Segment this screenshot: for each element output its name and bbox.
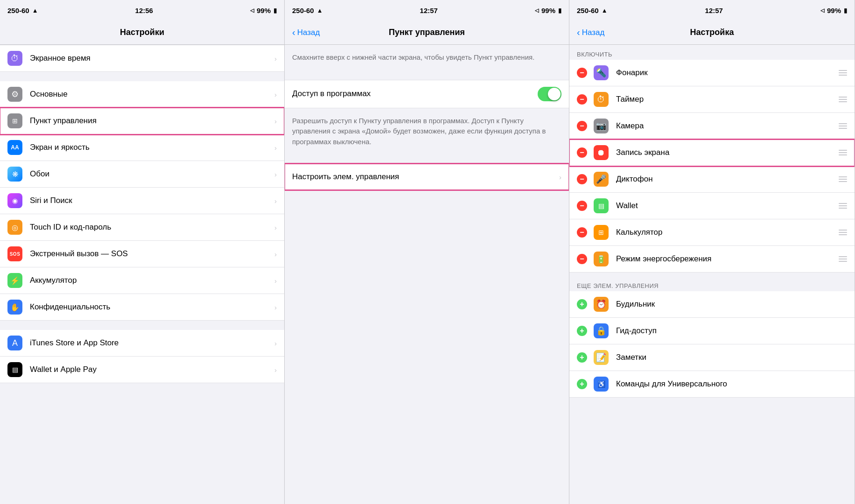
chevron-icon-display: › bbox=[274, 144, 277, 152]
itunes-label: iTunes Store и App Store bbox=[30, 338, 271, 348]
nav-bar-3: ‹ Назад Настройка bbox=[569, 21, 855, 45]
back-button-2[interactable]: ‹ Назад bbox=[292, 27, 320, 38]
list-item-privacy[interactable]: ✋ Конфиденциальность › bbox=[0, 294, 284, 321]
panel-control-center: 250-60 ▲ 12:57 ◁ 99% ▮ ‹ Назад Пункт упр… bbox=[285, 0, 569, 504]
list-item-itunes[interactable]: A iTunes Store и App Store › bbox=[0, 330, 284, 357]
reorder-icon-voice-memos[interactable] bbox=[839, 176, 847, 182]
reorder-icon-flashlight[interactable] bbox=[839, 70, 847, 76]
list-item-wallet[interactable]: ▤ Wallet и Apple Pay › bbox=[0, 357, 284, 383]
page-title-2: Пункт управления bbox=[389, 28, 465, 37]
reorder-icon-wallet[interactable] bbox=[839, 203, 847, 209]
screen-time-label: Экранное время bbox=[30, 54, 271, 63]
divider-2 bbox=[0, 321, 284, 330]
list-item-display[interactable]: AA Экран и яркость › bbox=[0, 134, 284, 161]
list-item-general[interactable]: ⚙ Основные › bbox=[0, 81, 284, 108]
list-item-control-center[interactable]: ⊞ Пункт управления › bbox=[0, 108, 284, 134]
screen-record-icon: ⏺ bbox=[594, 145, 609, 160]
timer-label: Таймер bbox=[616, 95, 835, 104]
access-toggle[interactable] bbox=[538, 87, 561, 101]
list-item-voice-memos[interactable]: − 🎤 Диктофон bbox=[569, 166, 855, 193]
itunes-icon: A bbox=[7, 336, 22, 350]
touchid-icon: ◎ bbox=[7, 220, 22, 235]
list-item-flashlight[interactable]: − 🔦 Фонарик bbox=[569, 60, 855, 86]
carrier-2: 250-60 bbox=[292, 7, 314, 14]
remove-btn-voice-memos[interactable]: − bbox=[577, 174, 587, 184]
list-item-guided-access[interactable]: + 🔒 Гид-доступ bbox=[569, 318, 855, 344]
wifi-icon-3: ▲ bbox=[602, 7, 608, 14]
list-item-wallet-item[interactable]: − ▤ Wallet bbox=[569, 193, 855, 219]
siri-icon: ◉ bbox=[7, 193, 22, 208]
back-button-3[interactable]: ‹ Назад bbox=[577, 27, 604, 38]
list-item-calculator[interactable]: − ⊞ Калькулятор bbox=[569, 219, 855, 246]
calculator-icon: ⊞ bbox=[594, 225, 609, 240]
remove-btn-screen-record[interactable]: − bbox=[577, 147, 587, 158]
reorder-icon-screen-record[interactable] bbox=[839, 150, 847, 155]
chevron-icon-wallet: › bbox=[274, 366, 277, 374]
list-item-battery[interactable]: ⚡ Аккумулятор › bbox=[0, 267, 284, 294]
chevron-icon-battery: › bbox=[274, 277, 277, 285]
low-power-icon: 🔋 bbox=[594, 252, 609, 266]
p2-content: Смахните вверх с нижней части экрана, чт… bbox=[285, 45, 569, 504]
status-bar-2: 250-60 ▲ 12:57 ◁ 99% ▮ bbox=[285, 0, 569, 21]
reorder-icon-camera[interactable] bbox=[839, 123, 847, 129]
calculator-label: Калькулятор bbox=[616, 228, 835, 237]
status-right-3: ◁ 99% ▮ bbox=[820, 7, 847, 14]
remove-btn-flashlight[interactable]: − bbox=[577, 68, 587, 78]
sos-icon: SOS bbox=[7, 246, 22, 261]
location-icon-1: ◁ bbox=[250, 7, 254, 14]
sos-label: Экстренный вызов — SOS bbox=[30, 249, 271, 259]
remove-btn-wallet[interactable]: − bbox=[577, 201, 587, 211]
wallet-item-icon: ▤ bbox=[594, 198, 609, 213]
list-item-alarm[interactable]: + ⏰ Будильник bbox=[569, 291, 855, 318]
remove-btn-low-power[interactable]: − bbox=[577, 254, 587, 264]
status-right-2: ◁ 99% ▮ bbox=[535, 7, 561, 14]
list-item-wallpaper[interactable]: ❋ Обои › bbox=[0, 161, 284, 188]
location-icon-2: ◁ bbox=[535, 7, 539, 14]
add-btn-alarm[interactable]: + bbox=[577, 299, 587, 309]
status-bar-3: 250-60 ▲ 12:57 ◁ 99% ▮ bbox=[569, 0, 855, 21]
list-item-low-power[interactable]: − 🔋 Режим энергосбережения bbox=[569, 246, 855, 273]
flashlight-label: Фонарик bbox=[616, 68, 835, 77]
control-center-label: Пункт управления bbox=[30, 116, 271, 126]
chevron-icon-configure: › bbox=[559, 173, 561, 181]
p2-divider-2 bbox=[285, 154, 569, 164]
list-item-notes[interactable]: + 📝 Заметки bbox=[569, 344, 855, 371]
time-1: 12:56 bbox=[135, 7, 153, 14]
camera-icon: 📷 bbox=[594, 119, 609, 133]
p2-divider-1 bbox=[285, 70, 569, 80]
list-item-siri[interactable]: ◉ Siri и Поиск › bbox=[0, 188, 284, 214]
screen-record-label: Запись экрана bbox=[616, 148, 835, 157]
list-item-sos[interactable]: SOS Экстренный вызов — SOS › bbox=[0, 241, 284, 267]
add-btn-accessibility[interactable]: + bbox=[577, 379, 587, 389]
reorder-icon-timer[interactable] bbox=[839, 97, 847, 102]
wallet-item-label: Wallet bbox=[616, 201, 835, 210]
reorder-icon-low-power[interactable] bbox=[839, 256, 847, 262]
battery-label: Аккумулятор bbox=[30, 276, 271, 285]
list-item-touchid[interactable]: ◎ Touch ID и код-пароль › bbox=[0, 214, 284, 241]
back-label-2: Назад bbox=[297, 28, 320, 37]
list-item-camera[interactable]: − 📷 Камера bbox=[569, 113, 855, 140]
back-chevron-2: ‹ bbox=[292, 27, 295, 38]
list-item-screen-record[interactable]: − ⏺ Запись экрана bbox=[569, 140, 855, 166]
configure-row[interactable]: Настроить элем. управления › bbox=[285, 164, 569, 190]
remove-btn-calculator[interactable]: − bbox=[577, 227, 587, 238]
list-item-timer[interactable]: − ⏱ Таймер bbox=[569, 86, 855, 113]
list-item-screen-time[interactable]: ⏱ Экранное время › bbox=[0, 45, 284, 72]
remove-btn-camera[interactable]: − bbox=[577, 121, 587, 131]
general-icon: ⚙ bbox=[7, 87, 22, 102]
section-header-include: ВКЛЮЧИТЬ bbox=[569, 45, 855, 60]
add-btn-notes[interactable]: + bbox=[577, 352, 587, 363]
notes-label: Заметки bbox=[616, 353, 847, 362]
configure-label: Настроить элем. управления bbox=[292, 172, 399, 182]
back-chevron-3: ‹ bbox=[577, 27, 580, 38]
wallet-label: Wallet и Apple Pay bbox=[30, 365, 271, 374]
access-in-apps-row[interactable]: Доступ в программах bbox=[285, 80, 569, 108]
location-icon-3: ◁ bbox=[820, 7, 824, 14]
reorder-icon-calculator[interactable] bbox=[839, 230, 847, 235]
chevron-icon-siri: › bbox=[274, 197, 277, 205]
wifi-icon-2: ▲ bbox=[317, 7, 323, 14]
list-item-accessibility[interactable]: + ♿ Команды для Универсального bbox=[569, 371, 855, 398]
battery-item-icon: ⚡ bbox=[7, 273, 22, 288]
remove-btn-timer[interactable]: − bbox=[577, 94, 587, 105]
add-btn-guided-access[interactable]: + bbox=[577, 326, 587, 336]
